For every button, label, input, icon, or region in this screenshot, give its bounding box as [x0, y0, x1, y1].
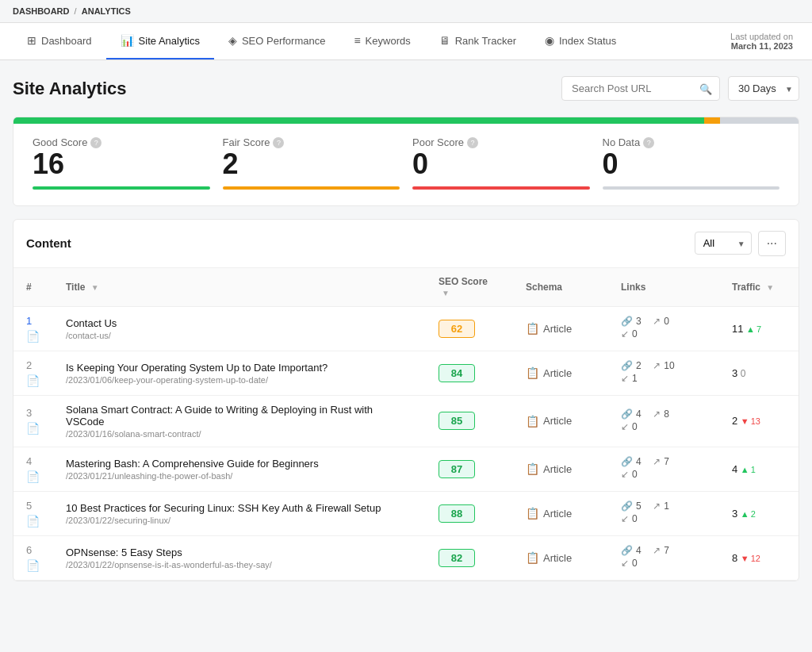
internal-links: 4	[636, 408, 642, 420]
content-section: Content All Good Fair Poor ▼ ··· #	[13, 219, 799, 581]
traffic-value: 11	[732, 323, 743, 335]
schema-type: Article	[543, 463, 572, 475]
fair-score-info-icon[interactable]: ?	[273, 137, 284, 148]
tab-site-analytics[interactable]: 📊 Site Analytics	[106, 23, 214, 59]
post-url: /contact-us/	[66, 331, 413, 340]
more-options-button[interactable]: ···	[758, 231, 786, 256]
post-url: /2023/01/22/securing-linux/	[66, 516, 413, 525]
cell-title-4: 10 Best Practices for Securing Linux: SS…	[53, 491, 426, 535]
post-title[interactable]: 10 Best Practices for Securing Linux: SS…	[66, 502, 413, 514]
external-links: 7	[664, 545, 669, 556]
row-number: 4	[26, 455, 40, 467]
cell-seo-5: 82	[426, 535, 513, 580]
cell-links-0: 🔗3 ↗0 ↙0	[608, 306, 719, 351]
backlink-icon: ↙	[621, 373, 629, 384]
cell-schema-2: 📋 Article	[513, 395, 608, 447]
poor-score-info-icon[interactable]: ?	[467, 137, 478, 148]
cell-num-2: 3 📄	[13, 395, 53, 447]
cell-num-3: 4 📄	[13, 447, 53, 491]
col-header-links: Links	[608, 268, 719, 307]
cell-num-4: 5 📄	[13, 491, 53, 535]
tab-index-status[interactable]: ◉ Index Status	[530, 23, 630, 59]
header-controls: 🔍 30 Days 7 Days 90 Days ▼	[561, 76, 799, 101]
table-row: 6 📄 OPNsense: 5 Easy Steps /2023/01/22/o…	[13, 535, 799, 580]
days-select[interactable]: 30 Days 7 Days 90 Days	[728, 76, 799, 101]
external-link-icon: ↗	[653, 501, 661, 512]
row-icon: 📄	[26, 515, 40, 527]
filter-select[interactable]: All Good Fair Poor	[695, 232, 752, 255]
row-icon: 📄	[26, 559, 40, 572]
tab-dashboard-label: Dashboard	[41, 35, 92, 47]
external-link-icon: ↗	[653, 316, 661, 327]
cell-seo-1: 84	[426, 351, 513, 395]
table-row: 4 📄 Mastering Bash: A Comprehensive Guid…	[13, 447, 799, 491]
internal-link-icon: 🔗	[621, 408, 633, 420]
post-title[interactable]: OPNsense: 5 Easy Steps	[66, 547, 413, 558]
backlinks: 0	[632, 328, 638, 339]
keywords-icon: ≡	[354, 34, 360, 47]
cell-schema-0: 📋 Article	[513, 306, 608, 351]
tab-keywords-label: Keywords	[366, 35, 411, 47]
tab-keywords[interactable]: ≡ Keywords	[339, 23, 424, 59]
seo-score-badge: 88	[439, 504, 475, 523]
cell-title-5: OPNsense: 5 Easy Steps /2023/01/22/opnse…	[53, 535, 426, 580]
days-select-wrapper: 30 Days 7 Days 90 Days ▼	[728, 76, 799, 101]
nodata-score-bar	[603, 186, 780, 190]
internal-link-icon: 🔗	[621, 501, 633, 512]
cell-schema-5: 📋 Article	[513, 535, 608, 580]
col-header-seo[interactable]: SEO Score ▼	[426, 268, 513, 307]
col-header-title[interactable]: Title ▼	[53, 268, 426, 307]
col-header-traffic[interactable]: Traffic ▼	[719, 268, 799, 307]
backlink-icon: ↙	[621, 328, 629, 339]
internal-link-icon: 🔗	[621, 545, 633, 556]
nodata-score-info-icon[interactable]: ?	[643, 137, 654, 148]
progress-bar-green	[13, 117, 704, 124]
trend-up-icon: ▲	[741, 509, 749, 519]
cell-schema-4: 📋 Article	[513, 491, 608, 535]
cell-traffic-3: 4 ▲1	[719, 447, 799, 491]
cell-seo-4: 88	[426, 491, 513, 535]
row-icon: 📄	[26, 374, 40, 387]
schema-icon: 📋	[526, 551, 539, 564]
table-row: 3 📄 Solana Smart Contract: A Guide to Wr…	[13, 395, 799, 447]
seo-score-badge: 85	[439, 412, 475, 430]
internal-link-icon: 🔗	[621, 456, 633, 467]
internal-links: 2	[636, 360, 642, 371]
tab-dashboard[interactable]: ⊞ Dashboard	[13, 23, 106, 59]
score-labels: Good Score ? 16 Fair Score ? 2 Poor Scor…	[13, 124, 799, 190]
score-section: Good Score ? 16 Fair Score ? 2 Poor Scor…	[13, 117, 799, 206]
breadcrumb-current: ANALYTICS	[82, 6, 131, 16]
nodata-score-num: 0	[603, 148, 780, 180]
cell-links-1: 🔗2 ↗10 ↙1	[608, 351, 719, 395]
search-input[interactable]	[561, 76, 720, 101]
cell-traffic-0: 11 ▲7	[719, 306, 799, 351]
tab-seo-performance[interactable]: ◈ SEO Performance	[214, 23, 340, 59]
seo-score-badge: 87	[439, 460, 475, 478]
external-links: 10	[664, 360, 674, 371]
backlink-icon: ↙	[621, 421, 629, 432]
good-score-info-icon[interactable]: ?	[90, 137, 102, 148]
post-title[interactable]: Contact Us	[66, 317, 413, 329]
post-url: /2023/01/06/keep-your-operating-system-u…	[66, 375, 413, 385]
score-nodata: No Data ? 0	[596, 136, 787, 190]
backlinks: 0	[632, 558, 638, 569]
post-url: /2023/01/21/unleashing-the-power-of-bash…	[66, 471, 413, 481]
schema-icon: 📋	[526, 366, 539, 379]
rank-tracker-icon: 🖥	[439, 34, 450, 47]
trend-down-icon: ▼	[741, 554, 749, 563]
breadcrumb: DASHBOARD / ANALYTICS	[0, 0, 812, 23]
tab-index-status-label: Index Status	[559, 35, 616, 47]
cell-links-3: 🔗4 ↗7 ↙0	[608, 447, 719, 491]
tab-rank-tracker[interactable]: 🖥 Rank Tracker	[425, 23, 530, 59]
post-title[interactable]: Mastering Bash: A Comprehensive Guide fo…	[66, 458, 413, 470]
main-content: Site Analytics 🔍 30 Days 7 Days 90 Days …	[0, 60, 812, 597]
post-title[interactable]: Is Keeping Your Operating System Up to D…	[66, 362, 413, 374]
internal-links: 4	[636, 545, 642, 556]
cell-traffic-2: 2 ▼13	[719, 395, 799, 447]
content-title: Content	[26, 236, 71, 250]
backlinks: 0	[632, 513, 638, 524]
post-title[interactable]: Solana Smart Contract: A Guide to Writin…	[66, 404, 413, 428]
poor-score-num: 0	[412, 148, 590, 180]
content-controls: All Good Fair Poor ▼ ···	[695, 231, 786, 256]
tab-site-analytics-label: Site Analytics	[139, 35, 200, 47]
